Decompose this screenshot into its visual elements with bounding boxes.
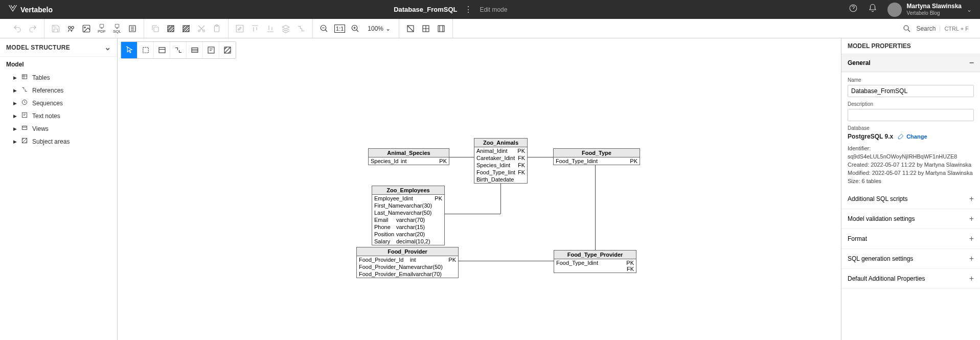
hatch-icon[interactable] xyxy=(166,24,176,34)
expand-icon: ▶ xyxy=(13,75,17,80)
svg-rect-5 xyxy=(100,24,103,27)
er-table-zoo_animals[interactable]: Zoo_AnimalsAnimal_IdintPKCaretaker_Idint… xyxy=(474,138,528,184)
topbar: Vertabelo Database_FromSQL ⋮ Edit mode M… xyxy=(0,0,980,19)
svg-point-11 xyxy=(198,30,200,32)
theme2-icon[interactable] xyxy=(421,24,431,34)
er-table-food_type_provider[interactable]: Food_Type_ProviderFood_Type_IdintPK FK xyxy=(554,250,636,273)
er-table-food_provider[interactable]: Food_ProviderFood_Provider_IdintPKFood_P… xyxy=(356,247,459,278)
align-bottom-icon[interactable] xyxy=(265,24,276,34)
diagram-canvas[interactable]: Animal_SpeciesSpecies_IdintPKZoo_Animals… xyxy=(118,38,841,340)
expand-icon: ▶ xyxy=(13,88,17,93)
topbar-center: Database_FromSQL ⋮ Edit mode xyxy=(53,5,849,14)
zoom-in-icon[interactable] xyxy=(350,24,360,34)
reference-tool[interactable] xyxy=(170,42,187,58)
edit-icon[interactable] xyxy=(235,24,245,34)
user-menu[interactable]: Martyna Slawinska Vertabelo Blog ⌄ xyxy=(887,3,972,17)
zoom-out-icon[interactable] xyxy=(319,24,329,34)
tree-item-text-notes[interactable]: ▶ Text notes xyxy=(6,109,111,122)
tree-item-subject-areas[interactable]: ▶ Subject areas xyxy=(6,135,111,148)
er-table-food_type[interactable]: Food_TypeFood_Type_IdintPK xyxy=(553,148,640,165)
sql-export[interactable]: SQL xyxy=(112,24,122,34)
svg-point-4 xyxy=(84,27,85,28)
tree-item-tables[interactable]: ▶ Tables xyxy=(6,71,111,84)
name-input[interactable] xyxy=(848,85,974,97)
chevron-down-icon: ⌄ xyxy=(104,42,111,52)
xml-icon[interactable] xyxy=(127,24,138,34)
reference-icon xyxy=(21,86,28,95)
format-section[interactable]: Format + xyxy=(841,229,980,249)
redo-icon[interactable] xyxy=(28,24,38,34)
er-line xyxy=(449,157,474,157)
default-additional-section[interactable]: Default Additional Properties + xyxy=(841,269,980,289)
undo-icon[interactable] xyxy=(12,24,22,34)
expand-icon: + xyxy=(969,254,974,263)
topbar-right: Martyna Slawinska Vertabelo Blog ⌄ xyxy=(849,3,972,17)
validation-section[interactable]: Model validation settings + xyxy=(841,209,980,229)
clipboard-icon[interactable] xyxy=(212,24,222,34)
svg-rect-22 xyxy=(22,75,27,79)
bell-icon[interactable] xyxy=(868,4,877,15)
er-column: Last_Namevarchar(50) xyxy=(372,209,444,216)
user-name: Martyna Slawinska xyxy=(907,3,962,10)
er-line xyxy=(459,261,554,261)
er-table-zoo_employees[interactable]: Zoo_EmployeesEmployee_IdintPKFirst_Namev… xyxy=(372,186,445,245)
align-top-icon[interactable] xyxy=(250,24,260,34)
view-tool[interactable] xyxy=(187,42,203,58)
er-column: Food_Provider_IdintPK xyxy=(357,256,458,263)
copy-icon[interactable] xyxy=(150,24,161,34)
sql-generation-section[interactable]: SQL generation settings + xyxy=(841,249,980,269)
zoom-dropdown[interactable]: 100% ⌄ xyxy=(366,25,393,32)
table-tool[interactable] xyxy=(154,42,170,58)
more-icon[interactable]: ⋮ xyxy=(464,5,472,14)
share-icon[interactable] xyxy=(66,24,76,34)
er-table-animal_species[interactable]: Animal_SpeciesSpecies_IdintPK xyxy=(368,148,449,165)
er-line xyxy=(453,214,500,214)
theme3-icon[interactable] xyxy=(436,24,446,34)
tree-item-references[interactable]: ▶ References xyxy=(6,84,111,97)
database-label: Database xyxy=(848,125,974,131)
note-icon xyxy=(21,111,28,120)
additional-sql-section[interactable]: Additional SQL scripts + xyxy=(841,189,980,209)
er-line xyxy=(500,183,501,214)
layers-icon[interactable] xyxy=(281,24,291,34)
change-database-link[interactable]: Change xyxy=(897,133,927,140)
image-icon[interactable] xyxy=(81,24,92,34)
general-section-header[interactable]: General − xyxy=(841,54,980,72)
er-column: Food_Provider_Namevarchar(50) xyxy=(357,263,458,270)
tree-item-sequences[interactable]: ▶ Sequences xyxy=(6,97,111,109)
svg-rect-15 xyxy=(236,25,243,32)
logo-icon xyxy=(8,4,17,15)
pdf-label: PDF xyxy=(98,29,106,34)
expand-icon: + xyxy=(969,214,974,223)
zoom-fit-icon[interactable]: 1:1 xyxy=(334,25,345,33)
svg-rect-6 xyxy=(115,24,119,27)
svg-rect-24 xyxy=(22,112,27,117)
er-column: Birth_Datedate xyxy=(474,176,527,183)
search-label[interactable]: Search xyxy=(916,25,936,32)
er-column: Species_IdintFK xyxy=(474,162,527,169)
theme1-icon[interactable] xyxy=(405,24,416,34)
connector-icon[interactable] xyxy=(296,24,306,34)
logo[interactable]: Vertabelo xyxy=(8,4,53,15)
chevron-down-icon: ⌄ xyxy=(385,25,391,32)
pointer-tool[interactable] xyxy=(121,42,138,58)
cut-icon[interactable] xyxy=(196,24,207,34)
chevron-down-icon: ⌄ xyxy=(967,6,972,13)
model-structure-header[interactable]: MODEL STRUCTURE ⌄ xyxy=(0,38,117,57)
search-icon[interactable] xyxy=(902,24,912,34)
svg-rect-29 xyxy=(192,48,198,53)
tree-root[interactable]: Model xyxy=(6,61,111,68)
help-icon[interactable] xyxy=(849,4,858,15)
select-tool[interactable] xyxy=(138,42,154,58)
svg-rect-20 xyxy=(438,26,444,32)
er-line xyxy=(528,157,553,157)
note-tool[interactable] xyxy=(203,42,219,58)
area-tool[interactable] xyxy=(219,42,236,58)
pdf-export[interactable]: PDF xyxy=(97,24,107,34)
tree-item-views[interactable]: ▶ Views xyxy=(6,122,111,135)
description-input[interactable] xyxy=(848,109,974,121)
edit-mode-label: Edit mode xyxy=(480,6,507,13)
save-icon[interactable] xyxy=(51,24,61,34)
hatch-slash-icon[interactable] xyxy=(181,24,191,34)
expand-icon: ▶ xyxy=(13,114,17,119)
